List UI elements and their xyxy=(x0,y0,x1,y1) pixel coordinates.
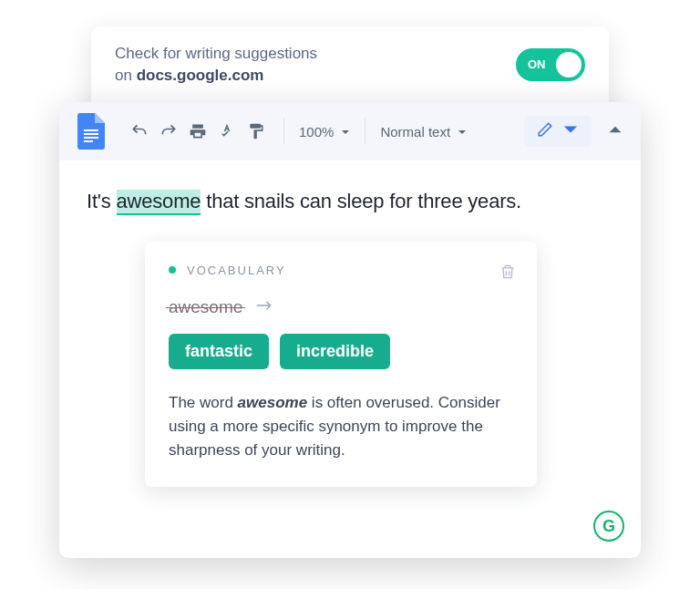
extension-text: Check for writing suggestions on docs.go… xyxy=(115,43,317,87)
extension-line2-prefix: on xyxy=(115,67,137,84)
document-body[interactable]: It's awesome that snails can sleep for t… xyxy=(59,160,641,558)
print-button[interactable] xyxy=(185,119,211,144)
chevron-down-icon xyxy=(341,124,350,140)
card-header: VOCABULARY xyxy=(169,264,513,277)
toggle-knob xyxy=(556,52,582,78)
sentence-text-post: that snails can sleep for three years. xyxy=(201,190,521,212)
chevron-down-icon xyxy=(458,124,467,140)
suggestion-chip[interactable]: incredible xyxy=(280,334,390,369)
suggestion-card: VOCABULARY awesome fantastic incredible … xyxy=(145,242,537,487)
paragraph-style-dropdown[interactable]: Normal text xyxy=(380,124,467,140)
zoom-dropdown[interactable]: 100% xyxy=(299,124,350,140)
zoom-value: 100% xyxy=(299,124,334,140)
pencil-icon xyxy=(537,121,553,141)
svg-rect-3 xyxy=(84,140,93,142)
undo-button[interactable] xyxy=(127,119,152,144)
extension-domain: docs.google.com xyxy=(137,67,264,84)
dismiss-button[interactable] xyxy=(499,262,517,285)
svg-rect-1 xyxy=(84,133,98,135)
toggle-label: ON xyxy=(528,57,546,71)
docs-logo-icon xyxy=(77,113,105,150)
suggestion-chips: fantastic incredible xyxy=(169,334,513,369)
divider xyxy=(283,119,284,144)
divider xyxy=(365,119,365,144)
svg-rect-0 xyxy=(84,129,98,131)
grammarly-badge[interactable]: G xyxy=(593,511,624,542)
strikethrough-word: awesome xyxy=(169,297,242,317)
replaced-word-row: awesome xyxy=(169,297,513,317)
svg-rect-2 xyxy=(84,137,98,139)
badge-letter: G xyxy=(602,517,615,536)
sentence-text-pre: It's xyxy=(87,190,117,212)
paint-format-button[interactable] xyxy=(243,119,269,144)
toolbar: 100% Normal text xyxy=(59,102,641,160)
highlighted-word[interactable]: awesome xyxy=(117,190,201,215)
suggestions-toggle[interactable]: ON xyxy=(516,48,585,81)
chevron-down-icon xyxy=(562,121,579,141)
arrow-right-icon xyxy=(255,299,273,315)
extension-line1: Check for writing suggestions xyxy=(115,45,317,62)
style-value: Normal text xyxy=(380,124,450,140)
category-label: VOCABULARY xyxy=(187,264,286,277)
spellcheck-button[interactable] xyxy=(214,119,240,144)
redo-button[interactable] xyxy=(156,119,181,144)
collapse-toolbar-button[interactable] xyxy=(608,122,623,140)
document-window: 100% Normal text It's awesome that snail… xyxy=(59,102,641,558)
editing-mode-dropdown[interactable] xyxy=(524,116,592,147)
explanation-text: The word awesome is often overused. Cons… xyxy=(169,391,513,463)
category-dot xyxy=(169,266,176,274)
explain-keyword: awesome xyxy=(238,394,308,411)
document-text[interactable]: It's awesome that snails can sleep for t… xyxy=(87,188,613,216)
suggestion-chip[interactable]: fantastic xyxy=(169,334,269,369)
